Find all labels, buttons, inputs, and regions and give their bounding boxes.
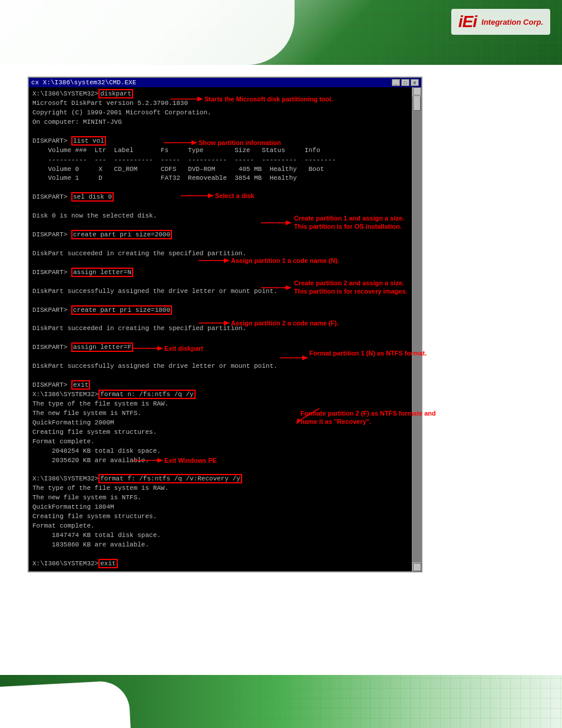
cmd-line-blank11: [32, 371, 411, 381]
cmd-line-listvol: DISKPART> list vol: [32, 137, 411, 146]
cmd-line-fdone1: Format complete.: [32, 437, 411, 447]
cmd-line-fsize2b: 1835860 KB are available.: [32, 541, 411, 550]
cmd-line-createok2: DiskPart succeeded in creating the speci…: [32, 324, 411, 334]
cmd-line-blank8: [32, 315, 411, 325]
close-button[interactable]: X: [411, 79, 419, 86]
scrollbar[interactable]: ▲ ▼: [412, 87, 421, 571]
cmd-line-seldisk: DISKPART> sel disk 0: [32, 193, 411, 202]
scrollbar-up-button[interactable]: ▲: [413, 87, 421, 95]
cmd-cmd-assignN: assign letter=N: [71, 268, 133, 277]
cmd-line-fdone2: Format complete.: [32, 522, 411, 531]
cmd-line-diskpart: X:\I386\SYSTEM32>diskpart: [32, 90, 411, 99]
cmd-table-row1: Volume 1 D FAT32 Removeable 3854 MB Heal…: [32, 174, 411, 183]
cmd-cmd-formatF: format f: /fs:ntfs /q /v:Recovery /y: [98, 474, 242, 483]
cmd-cmd-seldisk: sel disk 0: [71, 192, 114, 202]
cmd-line-blank2: [32, 202, 411, 212]
cmd-titlebar: cx X:\I386\system32\CMD.EXE _ □ X: [29, 78, 421, 87]
main-content: cx X:\I386\system32\CMD.EXE _ □ X ▲: [0, 65, 562, 584]
cmd-line-assignok2: DiskPart successfully assigned the drive…: [32, 362, 411, 371]
cmd-line-ftype1: The type of the file system is RAW.: [32, 400, 411, 409]
cmd-cmd-exit2: exit: [98, 559, 117, 568]
cmd-body: ▲ ▼ X:\I386\SYSTEM32>diskpart Microsoft …: [29, 87, 421, 571]
cmd-line-blank10: [32, 353, 411, 362]
cmd-prompt-1: X:\I386\SYSTEM32>: [32, 90, 98, 97]
footer-white-shape: [0, 680, 131, 728]
scrollbar-track: [412, 96, 421, 562]
cmd-line-assignok1: DiskPart successfully assigned the drive…: [32, 287, 411, 297]
scrollbar-thumb[interactable]: [414, 96, 421, 111]
cmd-cmd-formatN: format n: /fs:ntfs /q /y: [98, 390, 195, 399]
scrollbar-down-button[interactable]: ▼: [413, 563, 421, 571]
header: iEi Integration Corp.: [0, 0, 562, 65]
cmd-line-fcreate2: Creating file system structures.: [32, 512, 411, 522]
cmd-titlebar-buttons: _ □ X: [392, 79, 419, 86]
cmd-line-blank9: [32, 334, 411, 343]
cmd-window: cx X:\I386\system32\CMD.EXE _ □ X ▲: [28, 77, 422, 572]
cmd-line-blank7: [32, 297, 411, 306]
cmd-line-formatF: X:\I386\SYSTEM32>format f: /fs:ntfs /q /…: [32, 475, 411, 484]
cmd-line-5: [32, 127, 411, 137]
cmd-line-blank4: [32, 240, 411, 249]
cmd-title-text: cx X:\I386\system32\CMD.EXE: [31, 79, 136, 86]
restore-button[interactable]: □: [401, 79, 409, 86]
cmd-line-createpart1: DISKPART> create part pri size=2000: [32, 230, 411, 240]
cmd-line-blank6: [32, 278, 411, 287]
cmd-line-blank13: [32, 550, 411, 559]
cmd-line-fcreate1: Creating file system structures.: [32, 428, 411, 437]
cmd-line-fnewfs2: The new file system is NTFS.: [32, 493, 411, 503]
footer: [0, 675, 562, 728]
cmd-line-createok1: DiskPart succeeded in creating the speci…: [32, 249, 411, 259]
cmd-line-2: Microsoft DiskPart version 5.2.3790.1830: [32, 99, 411, 108]
cmd-cmd-createpart1: create part pri size=2000: [71, 230, 172, 239]
cmd-cmd-listvol: list vol: [71, 136, 106, 146]
minimize-button[interactable]: _: [392, 79, 400, 86]
cmd-line-blank3: [32, 221, 411, 230]
cmd-line-fsize1a: 2048254 KB total disk space.: [32, 447, 411, 456]
cmd-line-fsize1b: 2035620 KB are available.: [32, 456, 411, 466]
page-container: iEi Integration Corp. cx X:\I386\system3…: [0, 0, 562, 728]
logo-area: iEi Integration Corp.: [451, 9, 550, 35]
cmd-table-row0: Volume 0 X CD_ROM CDFS DVD-ROM 405 MB He…: [32, 165, 411, 174]
cmd-line-blank5: [32, 259, 411, 268]
cmd-line-fnewfs1: The new file system is NTFS.: [32, 409, 411, 419]
cmd-line-blank1: [32, 183, 411, 193]
cmd-line-formatN: X:\I386\SYSTEM32>format n: /fs:ntfs /q /…: [32, 390, 411, 400]
cmd-line-ftype2: The type of the file system is RAW.: [32, 484, 411, 493]
cmd-line-4: On computer: MININT-JVG: [32, 118, 411, 127]
logo-tagline: Integration Corp.: [481, 18, 543, 27]
cmd-line-fsize2a: 1847474 KB total disk space.: [32, 531, 411, 541]
cmd-cmd-exit1: exit: [71, 380, 90, 390]
cmd-table-sep: ---------- --- ---------- ----- --------…: [32, 156, 411, 165]
cmd-line-blank12: [32, 466, 411, 475]
cmd-line-disksel: Disk 0 is now the selected disk.: [32, 212, 411, 221]
header-white-shape: [0, 0, 295, 65]
logo-iei: iEi: [458, 12, 477, 31]
cmd-line-fquick2: QuickFormatting 1804M: [32, 503, 411, 512]
cmd-cmd-assignF: assign letter=F: [71, 342, 133, 352]
cmd-cmd-diskpart: diskpart: [98, 89, 133, 98]
cmd-line-fquick1: QuickFormatting 2000M: [32, 419, 411, 428]
cmd-table-header: Volume ### Ltr Label Fs Type Size Status…: [32, 146, 411, 156]
cmd-line-exit2: X:\I386\SYSTEM32>exit: [32, 559, 411, 569]
cmd-line-createpart2: DISKPART> create part pri size=1800: [32, 306, 411, 315]
cmd-line-assignN: DISKPART> assign letter=N: [32, 268, 411, 278]
cmd-line-exit1: DISKPART> exit: [32, 381, 411, 390]
cmd-cmd-createpart2: create part pri size=1800: [71, 305, 172, 315]
cmd-line-assignF: DISKPART> assign letter=F: [32, 343, 411, 353]
cmd-line-3: Copyright (C) 1999-2001 Microsoft Corpor…: [32, 108, 411, 118]
cmd-and-annotations: cx X:\I386\system32\CMD.EXE _ □ X ▲: [28, 77, 534, 572]
